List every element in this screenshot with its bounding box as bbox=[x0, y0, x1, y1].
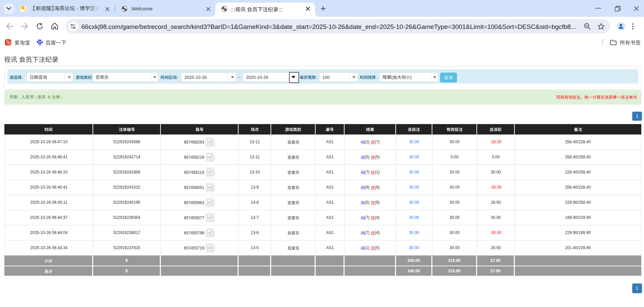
svg-text:du: du bbox=[38, 42, 42, 45]
